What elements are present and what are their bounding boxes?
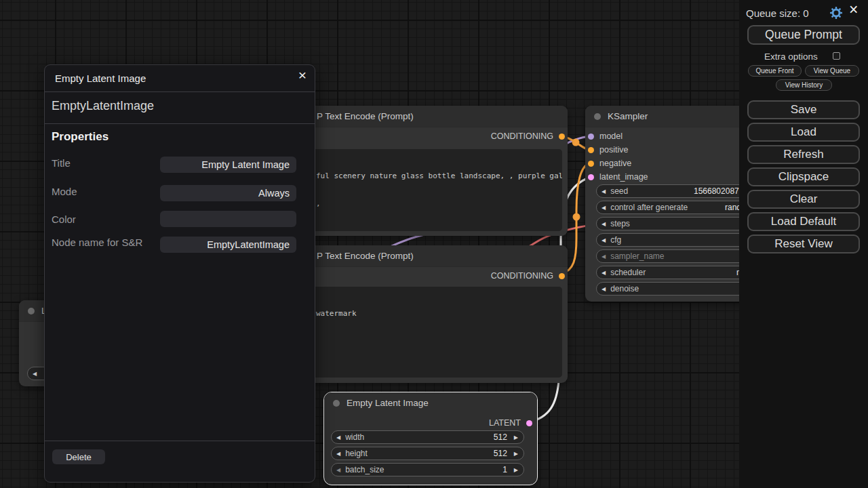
- output-row: CONDITIONING: [491, 129, 565, 143]
- node-empty-latent-image[interactable]: Empty Latent Image LATENT ◀ width 512 ▶ …: [323, 392, 538, 485]
- divider: [45, 92, 315, 92]
- input-label: negative: [599, 159, 631, 168]
- queue-prompt-button[interactable]: Queue Prompt: [747, 25, 860, 45]
- view-history-button[interactable]: View History: [776, 79, 832, 91]
- collapse-dot-icon[interactable]: [594, 113, 601, 120]
- output-row: LATENT: [489, 416, 532, 430]
- widget-label: width: [345, 432, 364, 442]
- widget-value: 1: [502, 465, 507, 474]
- conditioning-output-slot[interactable]: [559, 273, 565, 279]
- delete-button[interactable]: Delete: [52, 449, 105, 464]
- decrement-arrow-icon[interactable]: ◀: [336, 451, 340, 457]
- gear-icon[interactable]: [829, 6, 843, 20]
- decrement-arrow-icon[interactable]: ◀: [33, 371, 37, 377]
- panel-title: Empty Latent Image: [55, 73, 146, 84]
- view-queue-button[interactable]: View Queue: [805, 65, 859, 77]
- input-row-positive: positive: [588, 143, 628, 157]
- collapse-dot-icon[interactable]: [333, 400, 340, 407]
- node-title: P Text Encode (Prompt): [317, 251, 414, 261]
- prompt-textarea[interactable]: watermark: [289, 287, 562, 378]
- conditioning-input-slot[interactable]: [588, 161, 594, 167]
- decrement-arrow-icon[interactable]: ◀: [336, 434, 340, 441]
- close-icon[interactable]: ×: [849, 3, 858, 16]
- widget-height[interactable]: ◀ height 512 ▶: [331, 447, 524, 460]
- widget-label: height: [345, 449, 368, 458]
- field-label-title: Title: [52, 157, 71, 169]
- clear-button[interactable]: Clear: [747, 190, 860, 209]
- divider: [45, 123, 315, 124]
- widget-label: scheduler: [610, 268, 646, 277]
- latent-input-slot[interactable]: [588, 174, 594, 180]
- mode-field[interactable]: Always: [160, 185, 296, 201]
- node-title-bar[interactable]: Empty Latent Image: [324, 392, 537, 413]
- node-name-field[interactable]: EmptyLatentImage: [160, 237, 296, 253]
- widget-width[interactable]: ◀ width 512 ▶: [331, 430, 524, 444]
- decrement-arrow-icon[interactable]: ◀: [601, 205, 606, 211]
- output-label: CONDITIONING: [491, 131, 553, 141]
- comfyui-canvas[interactable]: Lo ◀ P Text Encode (Prompt) CONDITIONING…: [0, 0, 868, 488]
- node-clip-text-encode-negative[interactable]: P Text Encode (Prompt) CONDITIONING wate…: [285, 245, 568, 383]
- decrement-arrow-icon[interactable]: ◀: [601, 237, 606, 243]
- collapse-dot-icon[interactable]: [28, 308, 35, 314]
- load-button[interactable]: Load: [747, 123, 860, 142]
- field-label-node-name: Node name for S&R: [52, 237, 142, 248]
- node-title-bar[interactable]: P Text Encode (Prompt): [285, 245, 568, 267]
- prompt-line: ,: [316, 199, 558, 209]
- extra-options-label: Extra options: [764, 52, 818, 62]
- latent-output-slot[interactable]: [526, 420, 532, 426]
- output-label: CONDITIONING: [491, 271, 553, 281]
- input-label: latent_image: [599, 172, 648, 182]
- queue-size-label: Queue size: 0: [746, 7, 809, 19]
- input-label: model: [599, 131, 623, 141]
- color-field[interactable]: [160, 211, 296, 227]
- decrement-arrow-icon[interactable]: ◀: [601, 270, 606, 276]
- input-row-model: model: [588, 129, 623, 143]
- widget-value: 1566802087: [694, 186, 739, 196]
- input-label: positive: [599, 145, 628, 155]
- node-title: Empty Latent Image: [347, 398, 429, 408]
- node-title: P Text Encode (Prompt): [317, 111, 414, 121]
- comfyui-menu: Queue size: 0 × Queue Prompt Extra optio…: [739, 0, 868, 488]
- decrement-arrow-icon[interactable]: ◀: [601, 253, 606, 260]
- node-title-bar[interactable]: P Text Encode (Prompt): [285, 106, 568, 127]
- widget-value: 512: [494, 432, 507, 442]
- conditioning-output-slot[interactable]: [559, 134, 565, 140]
- model-input-slot[interactable]: [588, 134, 594, 140]
- title-field[interactable]: Empty Latent Image: [160, 157, 296, 173]
- widget-batch-size[interactable]: ◀ batch_size 1 ▶: [331, 463, 524, 476]
- decrement-arrow-icon[interactable]: ◀: [601, 221, 606, 227]
- prompt-line: ful scenery nature glass bottle landscap…: [316, 171, 558, 181]
- field-label-color: Color: [52, 214, 76, 225]
- decrement-arrow-icon[interactable]: ◀: [601, 188, 606, 195]
- conditioning-input-slot[interactable]: [588, 147, 594, 153]
- decrement-arrow-icon[interactable]: ◀: [601, 286, 606, 292]
- close-icon[interactable]: ×: [298, 68, 307, 82]
- decrement-arrow-icon[interactable]: ◀: [336, 467, 340, 473]
- clipspace-button[interactable]: Clipspace: [747, 167, 860, 186]
- increment-arrow-icon[interactable]: ▶: [514, 467, 518, 473]
- reset-view-button[interactable]: Reset View: [747, 235, 860, 253]
- refresh-button[interactable]: Refresh: [747, 145, 860, 164]
- link-midpoint-dot: [572, 139, 580, 146]
- widget-label: batch_size: [345, 465, 384, 474]
- save-button[interactable]: Save: [747, 100, 860, 119]
- increment-arrow-icon[interactable]: ▶: [514, 451, 518, 457]
- widget-label: seed: [610, 186, 628, 196]
- node-clip-text-encode-positive[interactable]: P Text Encode (Prompt) CONDITIONING ful …: [285, 106, 568, 236]
- prompt-line: watermark: [316, 309, 558, 319]
- properties-heading: Properties: [52, 130, 108, 144]
- input-row-latent-image: latent_image: [588, 170, 648, 184]
- load-default-button[interactable]: Load Default: [747, 212, 860, 231]
- extra-options-checkbox[interactable]: [833, 52, 840, 60]
- widget-label: denoise: [610, 284, 639, 293]
- link-midpoint-dot: [573, 214, 580, 221]
- field-label-mode: Mode: [52, 186, 77, 197]
- widget-label: cfg: [610, 235, 621, 245]
- queue-front-button[interactable]: Queue Front: [748, 65, 802, 77]
- prompt-textarea[interactable]: ful scenery nature glass bottle landscap…: [289, 149, 562, 231]
- widget-label: steps: [610, 219, 630, 228]
- increment-arrow-icon[interactable]: ▶: [514, 434, 518, 441]
- divider: [45, 441, 315, 441]
- node-type-label: EmptyLatentImage: [52, 99, 154, 113]
- output-row: CONDITIONING: [491, 269, 565, 283]
